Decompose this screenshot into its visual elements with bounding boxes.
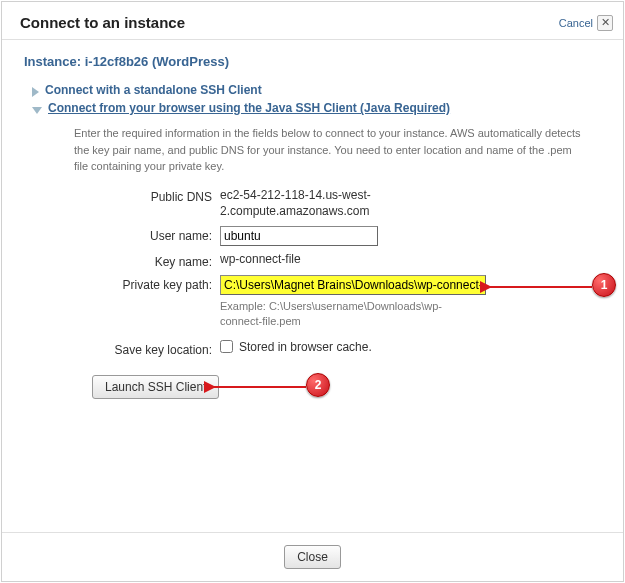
callout-2: 2 — [306, 373, 330, 397]
value-keyname: wp-connect-file — [220, 252, 601, 266]
label-savekey: Save key location: — [24, 340, 220, 357]
chevron-down-icon — [32, 107, 42, 114]
instance-id: i-12cf8b26 (WordPress) — [85, 54, 229, 69]
username-input[interactable] — [220, 226, 378, 246]
option-java-label: Connect from your browser using the Java… — [48, 101, 450, 115]
instance-label: Instance: — [24, 54, 81, 69]
dialog-footer: Close — [2, 532, 623, 581]
label-keyname: Key name: — [24, 252, 220, 269]
dialog-content: Instance: i-12cf8b26 (WordPress) Connect… — [2, 40, 623, 532]
label-public-dns: Public DNS — [24, 187, 220, 204]
label-username: User name: — [24, 226, 220, 243]
save-key-checkbox-label: Stored in browser cache. — [239, 340, 372, 354]
dialog-header: Connect to an instance Cancel ✕ — [2, 2, 623, 40]
help-text: Enter the required information in the fi… — [74, 125, 584, 175]
value-public-dns: ec2-54-212-118-14.us-west-2.compute.amaz… — [220, 187, 480, 221]
close-button[interactable]: Close — [284, 545, 341, 569]
save-key-checkbox[interactable] — [220, 340, 233, 353]
cancel-link[interactable]: Cancel — [559, 17, 593, 29]
chevron-right-icon — [32, 87, 39, 97]
row-save-key: Save key location: Stored in browser cac… — [24, 340, 601, 357]
instance-info: Instance: i-12cf8b26 (WordPress) — [24, 54, 601, 69]
option-standalone-label: Connect with a standalone SSH Client — [45, 83, 262, 97]
option-java-ssh[interactable]: Connect from your browser using the Java… — [24, 101, 601, 115]
private-key-path-input[interactable] — [220, 275, 486, 295]
dialog-title: Connect to an instance — [20, 14, 185, 31]
row-public-dns: Public DNS ec2-54-212-118-14.us-west-2.c… — [24, 187, 601, 221]
close-icon[interactable]: ✕ — [597, 15, 613, 31]
label-keypath: Private key path: — [24, 275, 220, 292]
row-username: User name: — [24, 226, 601, 246]
option-standalone-ssh[interactable]: Connect with a standalone SSH Client — [24, 83, 601, 97]
row-private-key-path: Private key path: Example: C:\Users\user… — [24, 275, 601, 330]
row-keyname: Key name: wp-connect-file — [24, 252, 601, 269]
launch-ssh-button[interactable]: Launch SSH Client — [92, 375, 219, 399]
callout-1: 1 — [592, 273, 616, 297]
example-keypath: Example: C:\Users\username\Downloads\wp-… — [220, 299, 480, 330]
